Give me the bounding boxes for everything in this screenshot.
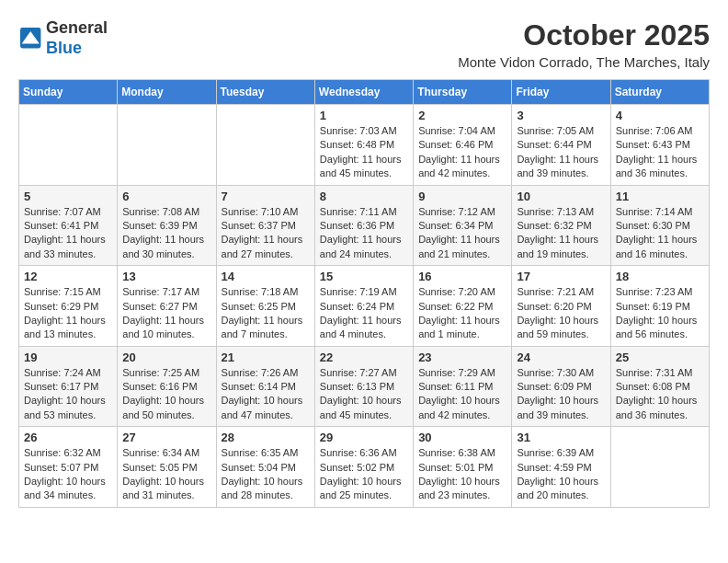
calendar-cell: 5Sunrise: 7:07 AMSunset: 6:41 PMDaylight… bbox=[19, 185, 118, 266]
calendar-week-row: 1Sunrise: 7:03 AMSunset: 6:48 PMDaylight… bbox=[19, 105, 710, 186]
calendar-cell: 20Sunrise: 7:25 AMSunset: 6:16 PMDayligh… bbox=[118, 346, 216, 427]
calendar-cell: 28Sunrise: 6:35 AMSunset: 5:04 PMDayligh… bbox=[216, 427, 314, 508]
day-info: Sunrise: 7:27 AMSunset: 6:13 PMDaylight:… bbox=[320, 366, 408, 423]
calendar-week-row: 5Sunrise: 7:07 AMSunset: 6:41 PMDaylight… bbox=[19, 185, 710, 266]
calendar-cell: 11Sunrise: 7:14 AMSunset: 6:30 PMDayligh… bbox=[610, 185, 709, 266]
day-info: Sunrise: 7:30 AMSunset: 6:09 PMDaylight:… bbox=[517, 366, 605, 423]
day-number: 14 bbox=[222, 270, 310, 283]
calendar-cell: 18Sunrise: 7:23 AMSunset: 6:19 PMDayligh… bbox=[610, 266, 709, 347]
day-number: 17 bbox=[517, 270, 605, 283]
day-number: 22 bbox=[320, 350, 408, 364]
calendar-cell bbox=[118, 105, 216, 186]
weekday-header: Wednesday bbox=[314, 80, 413, 105]
title-area: October 2025 Monte Vidon Corrado, The Ma… bbox=[458, 18, 710, 70]
month-title: October 2025 bbox=[458, 18, 710, 52]
day-info: Sunrise: 7:07 AMSunset: 6:41 PMDaylight:… bbox=[24, 205, 112, 262]
day-info: Sunrise: 6:34 AMSunset: 5:05 PMDaylight:… bbox=[122, 446, 210, 503]
calendar-table: SundayMondayTuesdayWednesdayThursdayFrid… bbox=[18, 79, 710, 508]
weekday-header: Monday bbox=[118, 80, 216, 105]
calendar-cell: 9Sunrise: 7:12 AMSunset: 6:34 PMDaylight… bbox=[414, 185, 512, 266]
day-info: Sunrise: 7:06 AMSunset: 6:43 PMDaylight:… bbox=[616, 124, 704, 181]
calendar-cell: 29Sunrise: 6:36 AMSunset: 5:02 PMDayligh… bbox=[314, 427, 413, 508]
day-number: 30 bbox=[418, 431, 506, 444]
calendar-cell: 26Sunrise: 6:32 AMSunset: 5:07 PMDayligh… bbox=[19, 427, 118, 508]
day-info: Sunrise: 7:18 AMSunset: 6:25 PMDaylight:… bbox=[222, 285, 310, 342]
day-info: Sunrise: 6:38 AMSunset: 5:01 PMDaylight:… bbox=[418, 446, 506, 503]
day-info: Sunrise: 7:29 AMSunset: 6:11 PMDaylight:… bbox=[418, 366, 506, 423]
calendar-cell: 14Sunrise: 7:18 AMSunset: 6:25 PMDayligh… bbox=[216, 266, 314, 347]
day-info: Sunrise: 7:20 AMSunset: 6:22 PMDaylight:… bbox=[418, 285, 506, 342]
calendar-cell: 19Sunrise: 7:24 AMSunset: 6:17 PMDayligh… bbox=[19, 346, 118, 427]
calendar-cell: 8Sunrise: 7:11 AMSunset: 6:36 PMDaylight… bbox=[314, 185, 413, 266]
day-info: Sunrise: 6:36 AMSunset: 5:02 PMDaylight:… bbox=[320, 446, 408, 503]
calendar-cell: 22Sunrise: 7:27 AMSunset: 6:13 PMDayligh… bbox=[314, 346, 413, 427]
weekday-header: Saturday bbox=[610, 80, 709, 105]
calendar-week-row: 19Sunrise: 7:24 AMSunset: 6:17 PMDayligh… bbox=[19, 346, 710, 427]
calendar-week-row: 12Sunrise: 7:15 AMSunset: 6:29 PMDayligh… bbox=[19, 266, 710, 347]
day-number: 25 bbox=[616, 350, 704, 364]
day-info: Sunrise: 7:17 AMSunset: 6:27 PMDaylight:… bbox=[122, 285, 210, 342]
weekday-header: Thursday bbox=[414, 80, 512, 105]
calendar-cell bbox=[19, 105, 118, 186]
calendar-cell: 15Sunrise: 7:19 AMSunset: 6:24 PMDayligh… bbox=[314, 266, 413, 347]
day-number: 29 bbox=[320, 431, 408, 444]
day-info: Sunrise: 7:21 AMSunset: 6:20 PMDaylight:… bbox=[517, 285, 605, 342]
day-info: Sunrise: 7:25 AMSunset: 6:16 PMDaylight:… bbox=[122, 366, 210, 423]
day-number: 4 bbox=[616, 109, 704, 122]
day-number: 24 bbox=[517, 350, 605, 364]
day-info: Sunrise: 7:24 AMSunset: 6:17 PMDaylight:… bbox=[24, 366, 112, 423]
day-info: Sunrise: 7:05 AMSunset: 6:44 PMDaylight:… bbox=[517, 124, 605, 181]
calendar-cell: 6Sunrise: 7:08 AMSunset: 6:39 PMDaylight… bbox=[118, 185, 216, 266]
calendar-cell: 23Sunrise: 7:29 AMSunset: 6:11 PMDayligh… bbox=[414, 346, 512, 427]
page-header: General Blue October 2025 Monte Vidon Co… bbox=[18, 18, 710, 70]
location: Monte Vidon Corrado, The Marches, Italy bbox=[458, 54, 710, 70]
day-number: 6 bbox=[122, 190, 210, 203]
calendar-week-row: 26Sunrise: 6:32 AMSunset: 5:07 PMDayligh… bbox=[19, 427, 710, 508]
day-number: 26 bbox=[24, 431, 112, 444]
calendar-cell: 30Sunrise: 6:38 AMSunset: 5:01 PMDayligh… bbox=[414, 427, 512, 508]
day-number: 5 bbox=[24, 190, 112, 203]
day-info: Sunrise: 7:31 AMSunset: 6:08 PMDaylight:… bbox=[616, 366, 704, 423]
day-info: Sunrise: 7:03 AMSunset: 6:48 PMDaylight:… bbox=[320, 124, 408, 181]
calendar-cell: 31Sunrise: 6:39 AMSunset: 4:59 PMDayligh… bbox=[512, 427, 610, 508]
day-number: 21 bbox=[222, 350, 310, 364]
day-number: 12 bbox=[24, 270, 112, 283]
day-number: 13 bbox=[122, 270, 210, 283]
day-info: Sunrise: 7:15 AMSunset: 6:29 PMDaylight:… bbox=[24, 285, 112, 342]
logo-blue: Blue bbox=[46, 39, 82, 57]
logo-general: General bbox=[46, 18, 108, 37]
day-info: Sunrise: 6:35 AMSunset: 5:04 PMDaylight:… bbox=[222, 446, 310, 503]
day-number: 9 bbox=[418, 190, 506, 203]
day-number: 11 bbox=[616, 190, 704, 203]
calendar-cell: 24Sunrise: 7:30 AMSunset: 6:09 PMDayligh… bbox=[512, 346, 610, 427]
calendar-cell: 1Sunrise: 7:03 AMSunset: 6:48 PMDaylight… bbox=[314, 105, 413, 186]
calendar-header-row: SundayMondayTuesdayWednesdayThursdayFrid… bbox=[19, 80, 710, 105]
calendar-cell: 10Sunrise: 7:13 AMSunset: 6:32 PMDayligh… bbox=[512, 185, 610, 266]
day-number: 15 bbox=[320, 270, 408, 283]
logo-icon bbox=[20, 28, 42, 50]
logo: General Blue bbox=[18, 18, 108, 58]
day-number: 7 bbox=[222, 190, 310, 203]
calendar-cell: 2Sunrise: 7:04 AMSunset: 6:46 PMDaylight… bbox=[414, 105, 512, 186]
calendar-cell bbox=[610, 427, 709, 508]
calendar-cell: 7Sunrise: 7:10 AMSunset: 6:37 PMDaylight… bbox=[216, 185, 314, 266]
day-info: Sunrise: 7:10 AMSunset: 6:37 PMDaylight:… bbox=[222, 205, 310, 262]
calendar-cell: 3Sunrise: 7:05 AMSunset: 6:44 PMDaylight… bbox=[512, 105, 610, 186]
day-info: Sunrise: 7:23 AMSunset: 6:19 PMDaylight:… bbox=[616, 285, 704, 342]
day-info: Sunrise: 6:32 AMSunset: 5:07 PMDaylight:… bbox=[24, 446, 112, 503]
day-info: Sunrise: 7:12 AMSunset: 6:34 PMDaylight:… bbox=[418, 205, 506, 262]
day-info: Sunrise: 7:19 AMSunset: 6:24 PMDaylight:… bbox=[320, 285, 408, 342]
day-number: 20 bbox=[122, 350, 210, 364]
day-number: 10 bbox=[517, 190, 605, 203]
weekday-header: Friday bbox=[512, 80, 610, 105]
day-info: Sunrise: 7:14 AMSunset: 6:30 PMDaylight:… bbox=[616, 205, 704, 262]
day-number: 3 bbox=[517, 109, 605, 122]
calendar-cell: 17Sunrise: 7:21 AMSunset: 6:20 PMDayligh… bbox=[512, 266, 610, 347]
weekday-header: Tuesday bbox=[216, 80, 314, 105]
day-info: Sunrise: 7:08 AMSunset: 6:39 PMDaylight:… bbox=[122, 205, 210, 262]
calendar-cell: 12Sunrise: 7:15 AMSunset: 6:29 PMDayligh… bbox=[19, 266, 118, 347]
day-number: 27 bbox=[122, 431, 210, 444]
day-number: 31 bbox=[517, 431, 605, 444]
day-info: Sunrise: 6:39 AMSunset: 4:59 PMDaylight:… bbox=[517, 446, 605, 503]
day-info: Sunrise: 7:04 AMSunset: 6:46 PMDaylight:… bbox=[418, 124, 506, 181]
